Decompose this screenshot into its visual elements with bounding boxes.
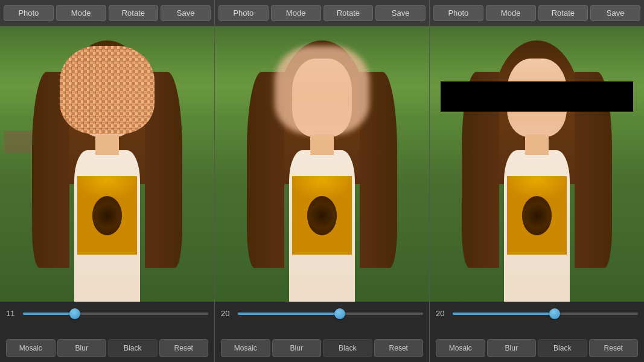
rotate-button-2[interactable]: Rotate	[324, 5, 374, 21]
slider-track-1[interactable]	[23, 313, 208, 315]
slider-fill-3	[453, 313, 555, 315]
slider-track-2[interactable]	[238, 313, 423, 315]
photo-button-2[interactable]: Photo	[218, 5, 269, 21]
photo-button-1[interactable]: Photo	[4, 5, 54, 21]
slider-row-3: 20	[436, 306, 638, 318]
control-section-2: 20 Mosaic Blur Black Reset	[215, 302, 430, 362]
person-3	[462, 40, 612, 302]
slider-thumb-3[interactable]	[549, 308, 560, 319]
reset-btn-3[interactable]: Reset	[589, 339, 639, 357]
mosaic-effect	[60, 46, 154, 134]
slider-row-1: 11	[6, 306, 208, 318]
blur-btn-2[interactable]: Blur	[272, 339, 322, 357]
reset-btn-2[interactable]: Reset	[374, 339, 424, 357]
slider-thumb-1[interactable]	[69, 308, 80, 319]
mode-button-3[interactable]: Mode	[486, 5, 536, 21]
flower-1	[77, 176, 137, 255]
main-panels	[0, 27, 644, 302]
mosaic-btn-1[interactable]: Mosaic	[6, 339, 56, 357]
panel-mosaic	[0, 27, 215, 302]
btn-row-3: Mosaic Blur Black Reset	[436, 324, 638, 357]
mode-button-2[interactable]: Mode	[271, 5, 321, 21]
control-section-3: 20 Mosaic Blur Black Reset	[430, 302, 644, 362]
photo-area-3	[430, 27, 644, 302]
toolbar-section-1: Photo Mode Rotate Save	[0, 0, 215, 26]
slider-thumb-2[interactable]	[334, 308, 345, 319]
flower-center-1	[92, 196, 123, 235]
save-button-2[interactable]: Save	[375, 5, 426, 21]
blur-effect	[275, 46, 369, 134]
flower-3	[507, 176, 567, 255]
mosaic-btn-3[interactable]: Mosaic	[436, 339, 485, 357]
toolbar-section-2: Photo Mode Rotate Save	[215, 0, 430, 26]
slider-fill-1	[23, 313, 75, 315]
toolbar: Photo Mode Rotate Save Photo Mode Rotate…	[0, 0, 644, 27]
black-bar-effect	[441, 81, 634, 112]
slider-value-3: 20	[436, 309, 448, 318]
blur-btn-1[interactable]: Blur	[57, 339, 107, 357]
btn-row-2: Mosaic Blur Black Reset	[221, 324, 423, 357]
btn-row-1: Mosaic Blur Black Reset	[6, 324, 208, 357]
rotate-button-1[interactable]: Rotate	[109, 5, 159, 21]
black-btn-2[interactable]: Black	[323, 339, 372, 357]
slider-value-1: 11	[6, 309, 18, 318]
reset-btn-1[interactable]: Reset	[159, 339, 209, 357]
slider-value-2: 20	[221, 309, 233, 318]
black-btn-3[interactable]: Black	[538, 339, 587, 357]
slider-row-2: 20	[221, 306, 423, 318]
control-section-1: 11 Mosaic Blur Black Reset	[0, 302, 215, 362]
photo-button-3[interactable]: Photo	[433, 5, 483, 21]
bottom-controls: 11 Mosaic Blur Black Reset 20 Mosaic Blu…	[0, 302, 644, 362]
save-button-3[interactable]: Save	[590, 5, 640, 21]
blur-btn-3[interactable]: Blur	[487, 339, 537, 357]
toolbar-section-3: Photo Mode Rotate Save	[430, 0, 644, 26]
panel-blur	[215, 27, 430, 302]
neck-2	[310, 135, 334, 156]
save-button-1[interactable]: Save	[161, 5, 211, 21]
photo-area-1	[0, 27, 214, 302]
mosaic-btn-2[interactable]: Mosaic	[221, 339, 270, 357]
mode-button-1[interactable]: Mode	[56, 5, 106, 21]
panel-black	[430, 27, 644, 302]
flower-center-2	[307, 196, 337, 235]
rotate-button-3[interactable]: Rotate	[538, 5, 588, 21]
photo-area-2	[215, 27, 429, 302]
slider-fill-2	[238, 313, 340, 315]
flower-2	[292, 176, 352, 255]
neck-1	[95, 135, 120, 156]
neck-3	[525, 135, 549, 156]
flower-center-3	[522, 196, 552, 235]
black-btn-1[interactable]: Black	[108, 339, 158, 357]
slider-track-3[interactable]	[453, 313, 638, 315]
